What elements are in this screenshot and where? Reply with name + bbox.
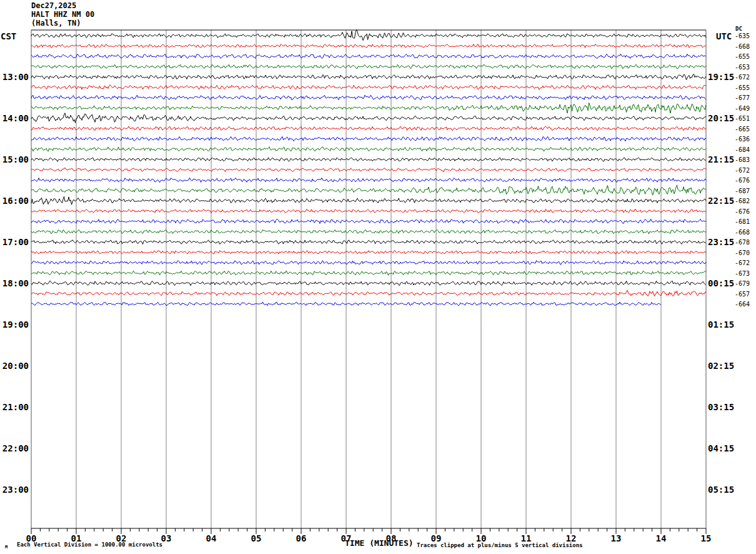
utc-hour-label: 22:15 bbox=[708, 196, 734, 206]
utc-hour-label: 01:15 bbox=[708, 320, 734, 330]
dc-offset-value: -678 bbox=[735, 239, 750, 246]
dc-offset-value: -672 bbox=[735, 166, 750, 173]
seismo-trace-green bbox=[31, 103, 706, 113]
dc-offset-value: -677 bbox=[735, 94, 750, 101]
seismo-trace-red bbox=[31, 126, 706, 131]
dc-offset-value: -673 bbox=[735, 269, 750, 276]
x-tick-label: 04 bbox=[202, 533, 220, 543]
seismo-trace-black bbox=[31, 240, 706, 244]
cst-hour-label: 21:00 bbox=[0, 402, 29, 412]
seismo-trace-blue bbox=[31, 261, 706, 265]
cst-hour-label: 19:00 bbox=[0, 320, 29, 330]
cst-hour-label: 18:00 bbox=[0, 278, 29, 288]
right-axis-title: UTC bbox=[716, 31, 732, 41]
seismo-trace-black bbox=[31, 158, 706, 161]
dc-offset-value: -636 bbox=[735, 136, 750, 143]
dc-offset-value: -657 bbox=[735, 290, 750, 297]
dc-offset-value: -653 bbox=[735, 63, 750, 70]
utc-hour-label: 02:15 bbox=[708, 361, 734, 371]
seismo-trace-green bbox=[31, 271, 706, 275]
x-tick-label: 05 bbox=[247, 533, 265, 543]
dc-offset-value: -668 bbox=[735, 43, 750, 49]
seismo-trace-red bbox=[31, 85, 706, 90]
seismo-trace-red bbox=[31, 290, 706, 296]
seismo-trace-black bbox=[31, 281, 706, 286]
dc-offset-value: -651 bbox=[735, 115, 750, 122]
utc-hour-label: 21:15 bbox=[708, 154, 734, 164]
utc-hour-label: 20:15 bbox=[708, 113, 734, 123]
title-station: HALT HHZ NM 00 bbox=[31, 10, 94, 19]
dc-offset-value: -670 bbox=[735, 249, 750, 256]
utc-hour-label: 00:15 bbox=[708, 278, 734, 288]
cst-hour-label: 22:00 bbox=[0, 443, 29, 453]
utc-hour-label: 23:15 bbox=[708, 237, 734, 247]
x-tick-label: 06 bbox=[292, 533, 310, 543]
scale-note: Each Vertical Division = 1000.00 microvo… bbox=[17, 541, 162, 548]
left-axis-title: CST bbox=[1, 31, 16, 41]
seismo-trace-blue bbox=[31, 95, 706, 100]
dc-offset-value: -664 bbox=[735, 301, 750, 308]
seismo-trace-blue bbox=[31, 219, 706, 223]
seismo-trace-green bbox=[31, 229, 706, 234]
x-axis-label: TIME (MINUTES) bbox=[345, 538, 414, 548]
cst-hour-label: 14:00 bbox=[0, 113, 29, 123]
dc-offset-value: -683 bbox=[735, 156, 750, 163]
utc-hour-label: 04:15 bbox=[708, 443, 734, 453]
seismo-trace-black bbox=[31, 30, 706, 41]
clip-note: Traces clipped at plus/minus 5 vertical … bbox=[417, 542, 583, 548]
dc-offset-value: -668 bbox=[735, 228, 750, 235]
logo-glyph: M bbox=[5, 545, 7, 550]
x-tick-label: 15 bbox=[697, 533, 715, 543]
title-date: Dec27,2025 bbox=[31, 1, 94, 10]
cst-hour-label: 23:00 bbox=[0, 485, 29, 495]
dc-offset-value: -687 bbox=[735, 187, 750, 194]
seismo-trace-black bbox=[31, 74, 706, 79]
cst-hour-label: 16:00 bbox=[0, 196, 29, 206]
dc-offset-value: -672 bbox=[735, 74, 750, 81]
dc-offset-value: -649 bbox=[735, 104, 750, 111]
seismo-trace-green bbox=[31, 64, 706, 69]
dc-offset-value: -684 bbox=[735, 146, 750, 153]
dc-offset-value: -672 bbox=[735, 259, 750, 266]
dc-offset-value: -655 bbox=[735, 53, 750, 60]
dc-offset-value: -676 bbox=[735, 208, 750, 214]
seismo-trace-red bbox=[31, 251, 706, 254]
utc-hour-label: 03:15 bbox=[708, 402, 734, 412]
seismo-trace-red bbox=[31, 44, 706, 48]
dc-offset-value: -681 bbox=[735, 218, 750, 225]
dc-offset-value: -682 bbox=[735, 198, 750, 204]
x-tick-label: 13 bbox=[607, 533, 625, 543]
seismo-trace-black bbox=[31, 113, 706, 123]
x-tick-label: 14 bbox=[652, 533, 670, 543]
seismogram-plot bbox=[0, 0, 756, 554]
title-location: (Halls, TN) bbox=[31, 19, 94, 28]
seismo-trace-red bbox=[31, 209, 706, 213]
seismo-trace-black bbox=[31, 196, 706, 204]
helicorder-page: Dec27,2025 HALT HHZ NM 00 (Halls, TN) CS… bbox=[0, 0, 756, 554]
dc-header-label: DC bbox=[735, 26, 742, 32]
cst-hour-label: 15:00 bbox=[0, 154, 29, 164]
cst-hour-label: 17:00 bbox=[0, 237, 29, 247]
seismo-trace-green bbox=[31, 147, 706, 152]
cst-hour-label: 20:00 bbox=[0, 361, 29, 371]
dc-offset-value: -679 bbox=[735, 280, 750, 287]
cst-hour-label: 13:00 bbox=[0, 72, 29, 82]
dc-offset-value: -655 bbox=[735, 84, 750, 91]
utc-hour-label: 19:15 bbox=[708, 72, 734, 82]
dc-offset-value: -665 bbox=[735, 125, 750, 132]
seismo-trace-blue bbox=[31, 137, 706, 141]
utc-hour-label: 05:15 bbox=[708, 485, 734, 495]
seismo-trace-red bbox=[31, 168, 706, 172]
dc-offset-value: -635 bbox=[735, 33, 750, 39]
dc-offset-value: -676 bbox=[735, 177, 750, 184]
seismo-trace-blue bbox=[31, 178, 706, 182]
title-block: Dec27,2025 HALT HHZ NM 00 (Halls, TN) bbox=[31, 1, 94, 28]
seismo-trace-green bbox=[31, 185, 706, 195]
seismo-trace-blue bbox=[31, 54, 706, 58]
